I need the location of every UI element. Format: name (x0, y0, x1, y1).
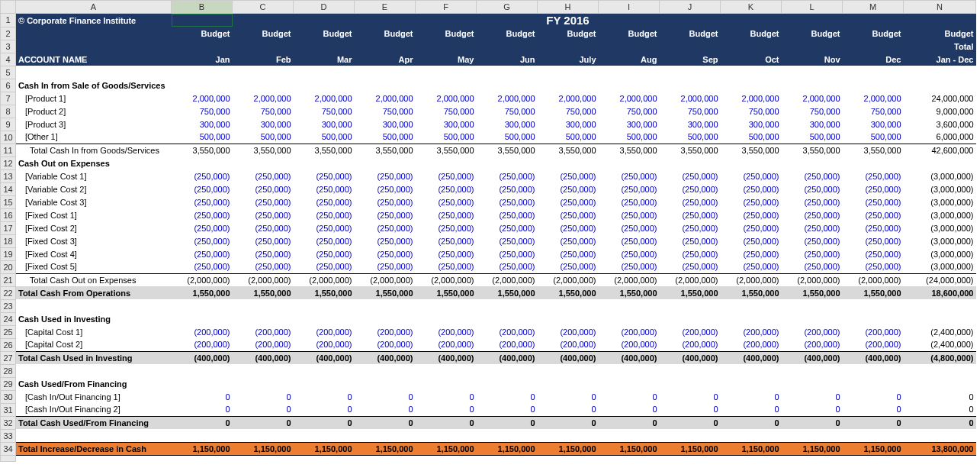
data-cell[interactable]: (200,000) (721, 325, 782, 338)
data-cell[interactable]: 1,150,000 (233, 442, 294, 455)
data-cell[interactable]: (250,000) (782, 195, 843, 208)
row-label[interactable]: [Variable Cost 2] (16, 182, 172, 195)
total-fin-label[interactable]: Total Cash Used/From Financing (16, 416, 172, 429)
data-cell[interactable]: 0 (599, 416, 660, 429)
data-cell[interactable]: 0 (172, 416, 233, 429)
col-header-J[interactable]: J (660, 1, 721, 14)
month-header[interactable]: Mar (294, 53, 355, 66)
data-cell[interactable]: 2,000,000 (172, 92, 233, 105)
data-cell[interactable]: (2,400,000) (904, 325, 976, 338)
data-cell[interactable]: (2,000,000) (477, 273, 538, 286)
budget-label[interactable]: Budget (233, 27, 294, 40)
data-cell[interactable]: 3,550,000 (355, 144, 416, 156)
data-cell[interactable]: (250,000) (233, 221, 294, 234)
data-cell[interactable]: 0 (233, 390, 294, 403)
data-cell[interactable]: 0 (782, 390, 843, 403)
month-header[interactable]: Feb (233, 53, 294, 66)
row-header[interactable]: 17 (1, 221, 16, 234)
data-cell[interactable]: 750,000 (477, 105, 538, 118)
data-cell[interactable]: (250,000) (782, 182, 843, 195)
data-cell[interactable]: 750,000 (721, 105, 782, 118)
data-cell[interactable]: (250,000) (660, 208, 721, 221)
data-cell[interactable]: 0 (416, 416, 477, 429)
budget-total-label[interactable]: Budget (904, 27, 976, 40)
data-cell[interactable]: 1,150,000 (416, 442, 477, 455)
data-cell[interactable]: 1,550,000 (477, 286, 538, 299)
data-cell[interactable]: (4,800,000) (904, 351, 976, 364)
data-cell[interactable]: (250,000) (782, 260, 843, 273)
data-cell[interactable]: 500,000 (477, 131, 538, 144)
col-header-B[interactable]: B (172, 1, 233, 14)
data-cell[interactable]: (200,000) (477, 325, 538, 338)
data-cell[interactable]: (250,000) (477, 182, 538, 195)
data-cell[interactable]: 0 (660, 416, 721, 429)
data-cell[interactable]: (250,000) (355, 182, 416, 195)
data-cell[interactable]: 3,550,000 (294, 144, 355, 156)
data-cell[interactable]: 2,000,000 (782, 92, 843, 105)
data-cell[interactable]: 3,600,000 (904, 118, 976, 131)
row-header[interactable]: 14 (1, 182, 16, 195)
data-cell[interactable]: (400,000) (599, 351, 660, 364)
data-cell[interactable]: 3,550,000 (782, 144, 843, 156)
data-cell[interactable]: (250,000) (843, 208, 904, 221)
data-cell[interactable]: (250,000) (172, 247, 233, 260)
data-cell[interactable]: 1,550,000 (538, 286, 599, 299)
data-cell[interactable]: (200,000) (721, 338, 782, 351)
row-header[interactable]: 4 (1, 53, 16, 66)
data-cell[interactable]: 0 (660, 403, 721, 416)
data-cell[interactable]: (250,000) (538, 195, 599, 208)
data-cell[interactable]: 300,000 (233, 118, 294, 131)
data-cell[interactable]: (250,000) (782, 234, 843, 247)
data-cell[interactable]: 1,150,000 (538, 442, 599, 455)
data-cell[interactable]: (250,000) (843, 260, 904, 273)
col-header-N[interactable]: N (904, 1, 976, 14)
data-cell[interactable]: (250,000) (599, 208, 660, 221)
data-cell[interactable]: 1,550,000 (172, 286, 233, 299)
data-cell[interactable]: (200,000) (538, 338, 599, 351)
row-header[interactable]: 27 (1, 351, 16, 364)
data-cell[interactable]: 0 (599, 390, 660, 403)
row-header[interactable]: 12 (1, 156, 16, 169)
section-header[interactable]: Cash Out on Expenses (16, 156, 172, 169)
data-cell[interactable]: (250,000) (416, 247, 477, 260)
data-cell[interactable]: 300,000 (660, 118, 721, 131)
data-cell[interactable]: 750,000 (782, 105, 843, 118)
data-cell[interactable]: 1,550,000 (416, 286, 477, 299)
data-cell[interactable]: (250,000) (599, 260, 660, 273)
data-cell[interactable]: (250,000) (416, 208, 477, 221)
data-cell[interactable]: 0 (294, 403, 355, 416)
data-cell[interactable]: 2,000,000 (538, 92, 599, 105)
data-cell[interactable]: (250,000) (721, 260, 782, 273)
data-cell[interactable]: 0 (233, 403, 294, 416)
title-year[interactable]: FY 2016 (538, 14, 599, 27)
data-cell[interactable]: (200,000) (294, 338, 355, 351)
row-header[interactable]: 31 (1, 403, 16, 416)
month-header[interactable]: Jun (477, 53, 538, 66)
budget-label[interactable]: Budget (477, 27, 538, 40)
data-cell[interactable]: (250,000) (294, 208, 355, 221)
data-cell[interactable]: 1,550,000 (233, 286, 294, 299)
row-label[interactable]: [Product 2] (16, 105, 172, 118)
row-header[interactable]: 15 (1, 195, 16, 208)
budget-label[interactable]: Budget (721, 27, 782, 40)
data-cell[interactable]: 500,000 (172, 131, 233, 144)
data-cell[interactable]: (250,000) (599, 169, 660, 182)
data-cell[interactable]: (250,000) (233, 182, 294, 195)
data-cell[interactable]: 500,000 (721, 131, 782, 144)
row-header[interactable]: 6 (1, 79, 16, 92)
row-header[interactable]: 11 (1, 144, 16, 156)
data-cell[interactable]: (250,000) (477, 234, 538, 247)
data-cell[interactable]: (200,000) (355, 338, 416, 351)
data-cell[interactable]: (250,000) (355, 208, 416, 221)
data-cell[interactable]: (250,000) (294, 247, 355, 260)
row-label[interactable]: [Fixed Cost 3] (16, 234, 172, 247)
data-cell[interactable]: 2,000,000 (660, 92, 721, 105)
data-cell[interactable]: 1,150,000 (721, 442, 782, 455)
data-cell[interactable]: (250,000) (416, 234, 477, 247)
data-cell[interactable]: (250,000) (294, 195, 355, 208)
data-cell[interactable]: (400,000) (294, 351, 355, 364)
data-cell[interactable]: 3,550,000 (843, 144, 904, 156)
data-cell[interactable]: 0 (477, 403, 538, 416)
month-header[interactable]: Aug (599, 53, 660, 66)
data-cell[interactable]: (250,000) (721, 182, 782, 195)
